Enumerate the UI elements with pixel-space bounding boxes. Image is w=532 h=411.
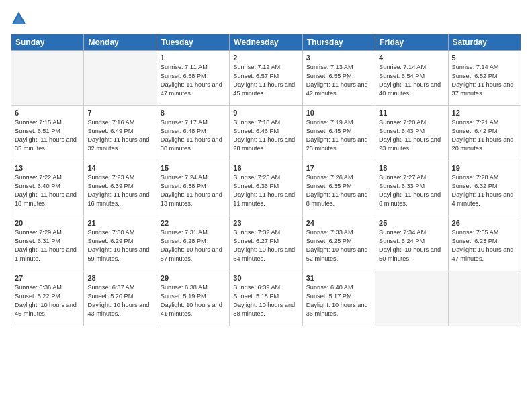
day-info: Sunrise: 7:29 AMSunset: 6:31 PMDaylight:… — [15, 228, 80, 263]
day-info: Sunrise: 7:21 AMSunset: 6:42 PMDaylight:… — [452, 118, 517, 153]
day-info: Sunrise: 7:16 AMSunset: 6:49 PMDaylight:… — [87, 118, 152, 153]
day-info: Sunrise: 6:39 AMSunset: 5:18 PMDaylight:… — [233, 283, 298, 318]
day-info: Sunrise: 7:35 AMSunset: 6:23 PMDaylight:… — [452, 228, 517, 263]
weekday-header-row: SundayMondayTuesdayWednesdayThursdayFrid… — [11, 34, 521, 51]
day-info: Sunrise: 6:36 AMSunset: 5:22 PMDaylight:… — [15, 283, 80, 318]
day-cell: 25Sunrise: 7:34 AMSunset: 6:24 PMDayligh… — [375, 216, 448, 271]
day-number: 1 — [161, 54, 226, 62]
day-info: Sunrise: 6:38 AMSunset: 5:19 PMDaylight:… — [161, 283, 226, 318]
day-cell: 18Sunrise: 7:27 AMSunset: 6:33 PMDayligh… — [375, 161, 448, 216]
weekday-header-monday: Monday — [84, 34, 157, 51]
day-number: 18 — [379, 164, 444, 172]
day-cell — [448, 271, 521, 326]
day-number: 6 — [15, 109, 80, 117]
day-cell: 7Sunrise: 7:16 AMSunset: 6:49 PMDaylight… — [84, 106, 157, 161]
day-cell: 14Sunrise: 7:23 AMSunset: 6:39 PMDayligh… — [84, 161, 157, 216]
day-info: Sunrise: 7:19 AMSunset: 6:45 PMDaylight:… — [306, 118, 371, 153]
day-cell: 28Sunrise: 6:37 AMSunset: 5:20 PMDayligh… — [84, 271, 157, 326]
day-info: Sunrise: 7:13 AMSunset: 6:55 PMDaylight:… — [306, 63, 371, 98]
header — [11, 11, 521, 27]
weekday-header-thursday: Thursday — [302, 34, 375, 51]
day-info: Sunrise: 7:27 AMSunset: 6:33 PMDaylight:… — [379, 173, 444, 208]
day-cell: 13Sunrise: 7:22 AMSunset: 6:40 PMDayligh… — [11, 161, 84, 216]
day-info: Sunrise: 7:14 AMSunset: 6:54 PMDaylight:… — [379, 63, 444, 98]
day-cell: 8Sunrise: 7:17 AMSunset: 6:48 PMDaylight… — [157, 106, 229, 161]
day-cell — [11, 51, 84, 106]
day-number: 21 — [87, 219, 152, 227]
day-cell: 20Sunrise: 7:29 AMSunset: 6:31 PMDayligh… — [11, 216, 84, 271]
day-cell: 6Sunrise: 7:15 AMSunset: 6:51 PMDaylight… — [11, 106, 84, 161]
day-number: 9 — [233, 109, 298, 117]
day-info: Sunrise: 7:31 AMSunset: 6:28 PMDaylight:… — [161, 228, 226, 263]
day-info: Sunrise: 7:24 AMSunset: 6:38 PMDaylight:… — [161, 173, 226, 208]
day-number: 19 — [452, 164, 517, 172]
day-number: 20 — [15, 219, 80, 227]
page: SundayMondayTuesdayWednesdayThursdayFrid… — [0, 0, 532, 411]
day-cell: 15Sunrise: 7:24 AMSunset: 6:38 PMDayligh… — [157, 161, 229, 216]
day-info: Sunrise: 7:18 AMSunset: 6:46 PMDaylight:… — [233, 118, 298, 153]
calendar: SundayMondayTuesdayWednesdayThursdayFrid… — [11, 34, 521, 326]
day-number: 14 — [87, 164, 152, 172]
day-number: 24 — [306, 219, 371, 227]
day-cell: 21Sunrise: 7:30 AMSunset: 6:29 PMDayligh… — [84, 216, 157, 271]
logo-icon — [11, 11, 27, 27]
day-number: 29 — [161, 274, 226, 282]
week-row-2: 6Sunrise: 7:15 AMSunset: 6:51 PMDaylight… — [11, 106, 521, 161]
day-info: Sunrise: 7:22 AMSunset: 6:40 PMDaylight:… — [15, 173, 80, 208]
weekday-header-saturday: Saturday — [448, 34, 521, 51]
day-number: 8 — [161, 109, 226, 117]
day-info: Sunrise: 6:40 AMSunset: 5:17 PMDaylight:… — [306, 283, 371, 318]
day-number: 31 — [306, 274, 371, 282]
day-info: Sunrise: 7:33 AMSunset: 6:25 PMDaylight:… — [306, 228, 371, 263]
day-info: Sunrise: 7:11 AMSunset: 6:58 PMDaylight:… — [161, 63, 226, 98]
day-cell: 23Sunrise: 7:32 AMSunset: 6:27 PMDayligh… — [230, 216, 302, 271]
week-row-1: 1Sunrise: 7:11 AMSunset: 6:58 PMDaylight… — [11, 51, 521, 106]
day-number: 10 — [306, 109, 371, 117]
day-info: Sunrise: 7:17 AMSunset: 6:48 PMDaylight:… — [161, 118, 226, 153]
day-cell: 12Sunrise: 7:21 AMSunset: 6:42 PMDayligh… — [448, 106, 521, 161]
day-number: 13 — [15, 164, 80, 172]
day-cell: 4Sunrise: 7:14 AMSunset: 6:54 PMDaylight… — [375, 51, 448, 106]
weekday-header-wednesday: Wednesday — [230, 34, 302, 51]
day-cell: 16Sunrise: 7:25 AMSunset: 6:36 PMDayligh… — [230, 161, 302, 216]
day-number: 16 — [233, 164, 298, 172]
day-info: Sunrise: 7:32 AMSunset: 6:27 PMDaylight:… — [233, 228, 298, 263]
day-cell: 29Sunrise: 6:38 AMSunset: 5:19 PMDayligh… — [157, 271, 229, 326]
day-info: Sunrise: 7:20 AMSunset: 6:43 PMDaylight:… — [379, 118, 444, 153]
day-number: 26 — [452, 219, 517, 227]
day-cell: 24Sunrise: 7:33 AMSunset: 6:25 PMDayligh… — [302, 216, 375, 271]
day-cell: 9Sunrise: 7:18 AMSunset: 6:46 PMDaylight… — [230, 106, 302, 161]
day-info: Sunrise: 7:12 AMSunset: 6:57 PMDaylight:… — [233, 63, 298, 98]
week-row-5: 27Sunrise: 6:36 AMSunset: 5:22 PMDayligh… — [11, 271, 521, 326]
day-cell: 26Sunrise: 7:35 AMSunset: 6:23 PMDayligh… — [448, 216, 521, 271]
day-number: 7 — [87, 109, 152, 117]
week-row-4: 20Sunrise: 7:29 AMSunset: 6:31 PMDayligh… — [11, 216, 521, 271]
day-number: 23 — [233, 219, 298, 227]
day-cell: 1Sunrise: 7:11 AMSunset: 6:58 PMDaylight… — [157, 51, 229, 106]
day-info: Sunrise: 7:15 AMSunset: 6:51 PMDaylight:… — [15, 118, 80, 153]
day-cell: 2Sunrise: 7:12 AMSunset: 6:57 PMDaylight… — [230, 51, 302, 106]
day-cell: 3Sunrise: 7:13 AMSunset: 6:55 PMDaylight… — [302, 51, 375, 106]
day-cell: 27Sunrise: 6:36 AMSunset: 5:22 PMDayligh… — [11, 271, 84, 326]
day-number: 25 — [379, 219, 444, 227]
day-info: Sunrise: 7:26 AMSunset: 6:35 PMDaylight:… — [306, 173, 371, 208]
day-number: 12 — [452, 109, 517, 117]
day-number: 11 — [379, 109, 444, 117]
day-info: Sunrise: 7:28 AMSunset: 6:32 PMDaylight:… — [452, 173, 517, 208]
day-cell: 17Sunrise: 7:26 AMSunset: 6:35 PMDayligh… — [302, 161, 375, 216]
day-number: 27 — [15, 274, 80, 282]
logo — [11, 11, 30, 27]
week-row-3: 13Sunrise: 7:22 AMSunset: 6:40 PMDayligh… — [11, 161, 521, 216]
day-info: Sunrise: 7:25 AMSunset: 6:36 PMDaylight:… — [233, 173, 298, 208]
day-cell: 22Sunrise: 7:31 AMSunset: 6:28 PMDayligh… — [157, 216, 229, 271]
day-number: 2 — [233, 54, 298, 62]
day-info: Sunrise: 6:37 AMSunset: 5:20 PMDaylight:… — [87, 283, 152, 318]
day-number: 28 — [87, 274, 152, 282]
weekday-header-sunday: Sunday — [11, 34, 84, 51]
day-info: Sunrise: 7:30 AMSunset: 6:29 PMDaylight:… — [87, 228, 152, 263]
day-cell: 10Sunrise: 7:19 AMSunset: 6:45 PMDayligh… — [302, 106, 375, 161]
day-cell: 5Sunrise: 7:14 AMSunset: 6:52 PMDaylight… — [448, 51, 521, 106]
day-info: Sunrise: 7:23 AMSunset: 6:39 PMDaylight:… — [87, 173, 152, 208]
day-number: 30 — [233, 274, 298, 282]
day-info: Sunrise: 7:34 AMSunset: 6:24 PMDaylight:… — [379, 228, 444, 263]
